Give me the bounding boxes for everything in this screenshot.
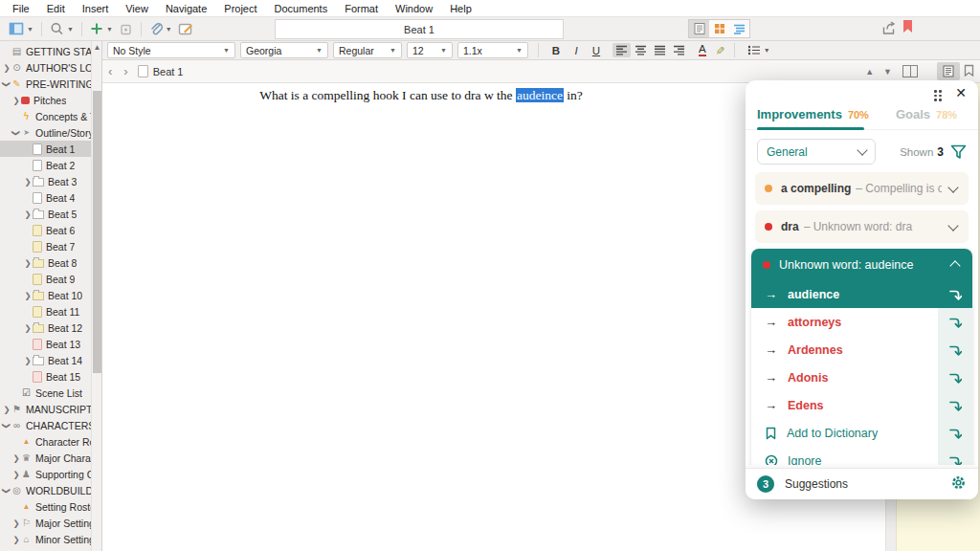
underline-button[interactable]: U <box>589 45 604 56</box>
inspector-notes-button[interactable] <box>937 62 960 80</box>
disclosure-down-icon[interactable]: ❯ <box>11 129 21 136</box>
text-color-button[interactable]: A <box>699 44 706 56</box>
font-select[interactable]: Georgia▼ <box>240 42 328 58</box>
font-size-select[interactable]: 12▼ <box>407 42 453 58</box>
binder-item-outline-storyb[interactable]: ❯➤Outline/Storyb... <box>0 124 91 141</box>
suggestion-audience[interactable]: →audience <box>751 280 972 308</box>
improvement-card[interactable]: a compelling– Compelling is o... <box>755 172 969 205</box>
ignore-button[interactable]: Ignore <box>751 447 972 465</box>
apply-suggestion-button[interactable] <box>938 308 972 336</box>
binder-item-beat-15[interactable]: Beat 15 <box>0 368 91 385</box>
binder-item-pitches[interactable]: ❯Pitches <box>0 92 91 108</box>
expanded-card-header[interactable]: Unknown word: audeince <box>751 249 972 280</box>
binder-item-character-roster[interactable]: ▲Character Roster <box>0 433 91 450</box>
disclosure-right-icon[interactable]: ❯ <box>24 177 31 187</box>
apply-suggestion-button[interactable] <box>938 364 972 391</box>
binder-item-beat-6[interactable]: Beat 6 <box>0 222 91 238</box>
menu-help[interactable]: Help <box>441 3 480 14</box>
back-button[interactable]: ‹ <box>102 64 118 78</box>
editor-text[interactable]: What is a compelling hook I can use to d… <box>172 88 670 103</box>
apply-suggestion-button[interactable] <box>938 280 972 308</box>
binder-item-concepts-th[interactable]: ϟConcepts & Th... <box>0 108 91 124</box>
binder-item-author-s-log[interactable]: ❯⊙AUTHOR'S LOG <box>0 59 91 76</box>
tab-goals[interactable]: Goals <box>896 107 930 121</box>
add-button[interactable]: ▼ <box>90 22 113 35</box>
suggestion-adonis[interactable]: →Adonis <box>751 364 972 391</box>
binder-item-beat-10[interactable]: ❯Beat 10 <box>0 287 91 303</box>
binder-item-worldbuilding[interactable]: ❯◎WORLDBUILDING <box>0 482 91 498</box>
disclosure-down-icon[interactable]: ❯ <box>2 80 11 87</box>
next-doc-button[interactable]: ▼ <box>879 67 897 77</box>
disclosure-right-icon[interactable]: ❯ <box>3 63 10 73</box>
menu-insert[interactable]: Insert <box>74 3 118 14</box>
document-view-button[interactable] <box>689 20 709 37</box>
italic-button[interactable]: I <box>568 45 584 56</box>
prev-doc-button[interactable]: ▲ <box>860 67 879 77</box>
selected-word[interactable]: audeince <box>516 88 564 102</box>
binder-item-beat-2[interactable]: Beat 2 <box>0 157 91 173</box>
line-spacing-select[interactable]: 1.1x▼ <box>457 42 528 58</box>
chevron-down-icon[interactable] <box>947 182 958 192</box>
apply-action-button[interactable] <box>938 447 972 465</box>
chevron-down-icon[interactable] <box>947 220 958 231</box>
split-view-icon[interactable] <box>902 65 918 77</box>
binder-item-beat-3[interactable]: ❯Beat 3 <box>0 173 91 189</box>
disclosure-right-icon[interactable]: ❯ <box>24 258 31 268</box>
align-right-button[interactable] <box>670 43 688 57</box>
disclosure-right-icon[interactable]: ❯ <box>24 291 31 300</box>
binder-item-beat-5[interactable]: ❯Beat 5 <box>0 206 91 222</box>
binder-item-minor-settings[interactable]: ❯⌂Minor Settings <box>0 531 91 547</box>
add-to-dictionary-button[interactable]: Add to Dictionary <box>751 419 972 447</box>
style-select[interactable]: No Style▼ <box>107 42 235 58</box>
binder-item-major-characters[interactable]: ❯♛Major Characters <box>0 450 91 466</box>
apply-suggestion-button[interactable] <box>938 336 972 364</box>
binder-item-beat-4[interactable]: Beat 4 <box>0 189 91 206</box>
trash-button[interactable] <box>119 22 133 35</box>
tab-improvements[interactable]: Improvements <box>757 107 842 121</box>
close-icon[interactable]: ✕ <box>955 85 967 100</box>
bookmark-icon[interactable] <box>903 20 912 33</box>
list-button[interactable]: ▼ <box>747 45 770 55</box>
disclosure-right-icon[interactable]: ❯ <box>3 405 10 414</box>
menu-documents[interactable]: Documents <box>266 3 337 14</box>
menu-file[interactable]: File <box>4 3 38 14</box>
chevron-up-icon[interactable] <box>949 260 960 271</box>
binder-item-beat-7[interactable]: Beat 7 <box>0 238 91 254</box>
inspector-bookmark-button[interactable] <box>964 64 974 78</box>
menu-navigate[interactable]: Navigate <box>157 3 215 14</box>
disclosure-right-icon[interactable]: ❯ <box>12 518 19 528</box>
binder-scrollbar-thumb[interactable] <box>93 91 101 373</box>
disclosure-down-icon[interactable]: ❯ <box>2 422 11 429</box>
menu-window[interactable]: Window <box>387 3 441 14</box>
suggestion-attorneys[interactable]: →attorneys <box>751 308 972 336</box>
bold-button[interactable]: B <box>548 45 564 56</box>
filter-button[interactable] <box>950 144 967 160</box>
compose-button[interactable] <box>178 22 193 35</box>
apply-action-button[interactable] <box>938 419 972 447</box>
disclosure-right-icon[interactable]: ❯ <box>12 453 19 463</box>
align-justify-button[interactable] <box>651 43 669 57</box>
binder-item-beat-14[interactable]: ❯Beat 14 <box>0 352 91 368</box>
binder-item-major-settings[interactable]: ❯⚐Major Settings <box>0 515 91 531</box>
search-button[interactable]: ▼ <box>50 22 74 35</box>
binder-item-beat-9[interactable]: Beat 9 <box>0 271 91 287</box>
binder-item-beat-8[interactable]: ❯Beat 8 <box>0 254 91 271</box>
drag-handle-icon[interactable] <box>934 90 942 101</box>
apply-suggestion-button[interactable] <box>938 391 972 419</box>
disclosure-right-icon[interactable]: ❯ <box>12 535 19 544</box>
binder-item-beat-13[interactable]: Beat 13 <box>0 336 91 352</box>
menu-edit[interactable]: Edit <box>38 3 74 14</box>
binder-item-scene-list[interactable]: ☑Scene List <box>0 385 91 401</box>
disclosure-right-icon[interactable]: ❯ <box>24 209 31 219</box>
binder-item-getting-started[interactable]: ▤GETTING STARTED <box>0 43 91 59</box>
suggestion-ardennes[interactable]: →Ardennes <box>751 336 972 364</box>
disclosure-right-icon[interactable]: ❯ <box>12 96 19 105</box>
suggestion-edens[interactable]: →Edens <box>751 391 972 419</box>
toolbar-document-title[interactable]: Beat 1 <box>275 19 564 39</box>
share-button[interactable] <box>881 21 897 39</box>
binder-item-pre-writing[interactable]: ❯✎PRE-WRITING <box>0 76 91 92</box>
font-variant-select[interactable]: Regular▼ <box>333 42 402 58</box>
disclosure-right-icon[interactable]: ❯ <box>24 323 31 333</box>
binder-item-beat-11[interactable]: Beat 11 <box>0 303 91 320</box>
binder-item-beat-1[interactable]: Beat 1 <box>0 141 91 157</box>
